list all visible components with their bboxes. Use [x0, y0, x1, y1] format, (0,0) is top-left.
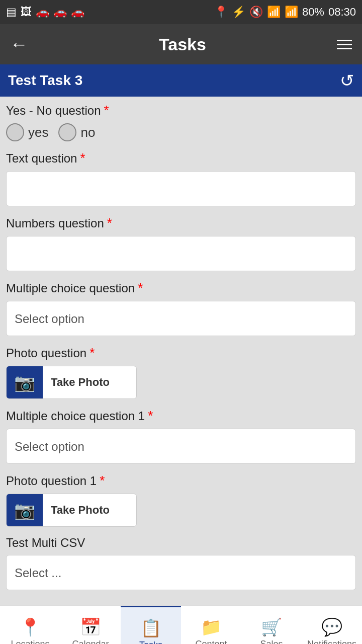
status-bar: ▤ 🖼 🚗 🚗 🚗 📍 ⚡ 🔇 📶 📶 80% 08:30	[0, 0, 362, 24]
multiple-choice-question: Multiple choice question * Select option	[6, 280, 356, 336]
menu-button[interactable]	[337, 40, 352, 49]
multiple-choice-1-label: Multiple choice question 1 *	[6, 408, 356, 424]
text-question: Text question *	[6, 150, 356, 206]
car3-icon: 🚗	[71, 6, 84, 19]
status-icons-left: ▤ 🖼 🚗 🚗 🚗	[6, 6, 84, 19]
locations-icon: 📍	[20, 617, 41, 637]
multiple-choice-label: Multiple choice question *	[6, 280, 356, 296]
nav-content[interactable]: 📁 Content	[181, 606, 241, 644]
nav-tasks[interactable]: 📋 Tasks	[121, 606, 181, 644]
multi-csv-question: Test Multi CSV Select ...	[6, 536, 356, 590]
muted-icon: 🔇	[249, 6, 263, 19]
tasks-label: Tasks	[139, 640, 162, 645]
camera-1-icon-bg: 📷	[7, 494, 43, 526]
car2-icon: 🚗	[53, 6, 67, 19]
radio-no-label: no	[80, 125, 95, 140]
multi-csv-select-wrapper[interactable]: Select ...	[6, 555, 356, 590]
numbers-question-label: Numbers question *	[6, 215, 356, 231]
sales-icon: 🛒	[261, 617, 282, 637]
undo-button[interactable]: ↺	[340, 70, 354, 91]
required-star-photo: *	[89, 345, 95, 361]
nav-locations[interactable]: 📍 Locations	[0, 606, 60, 644]
content-icon: 📁	[201, 617, 222, 637]
back-button[interactable]: ←	[10, 34, 28, 55]
take-photo-button[interactable]: 📷 Take Photo	[6, 366, 137, 399]
take-photo-1-label: Take Photo	[43, 504, 118, 517]
radio-no[interactable]: no	[58, 123, 95, 141]
top-nav: ← Tasks	[0, 24, 362, 64]
photo-question-1: Photo question 1 * 📷 Take Photo	[6, 473, 356, 527]
car1-icon: 🚗	[36, 6, 49, 19]
take-photo-1-button[interactable]: 📷 Take Photo	[6, 494, 137, 527]
locations-label: Locations	[11, 639, 49, 644]
required-star-yes-no: *	[104, 103, 109, 118]
multiple-choice-select[interactable]: Select option	[6, 301, 356, 336]
form-content: Yes - No question * yes no Text question…	[0, 97, 362, 605]
numbers-input-field[interactable]	[6, 236, 356, 271]
content-label: Content	[195, 639, 227, 644]
bottom-nav: 📍 Locations 📅 Calendar 📋 Tasks 📁 Content…	[0, 605, 362, 644]
photo-question-label: Photo question *	[6, 345, 356, 361]
signal-icon: 📶	[285, 6, 298, 19]
multiple-choice-1-select[interactable]: Select option	[6, 429, 356, 464]
yes-no-label: Yes - No question *	[6, 103, 356, 118]
camera-icon: 📷	[14, 372, 35, 392]
multiple-choice-select-wrapper[interactable]: Select option	[6, 301, 356, 336]
multi-csv-label: Test Multi CSV	[6, 536, 356, 550]
required-star-text: *	[80, 150, 85, 166]
page-title: Tasks	[28, 35, 337, 54]
notifications-icon: ▤	[6, 6, 17, 19]
required-star-mc: *	[138, 280, 143, 296]
tasks-icon: 📋	[140, 618, 161, 638]
required-star-numbers: *	[107, 215, 112, 231]
nav-calendar[interactable]: 📅 Calendar	[60, 606, 121, 644]
camera-icon-bg: 📷	[7, 366, 43, 398]
notifications-label: Notifications	[307, 639, 356, 644]
numbers-question: Numbers question *	[6, 215, 356, 271]
nav-sales[interactable]: 🛒 Sales	[241, 606, 302, 644]
take-photo-label: Take Photo	[43, 376, 118, 389]
photo-question-1-label: Photo question 1 *	[6, 473, 356, 489]
location-icon: 📍	[214, 6, 228, 19]
sales-label: Sales	[260, 639, 283, 644]
multiple-choice-question-1: Multiple choice question 1 * Select opti…	[6, 408, 356, 464]
task-title: Test Task 3	[8, 72, 82, 89]
bluetooth-icon: ⚡	[232, 6, 245, 19]
image-icon: 🖼	[21, 6, 32, 19]
calendar-label: Calendar	[72, 639, 109, 644]
radio-yes[interactable]: yes	[6, 123, 48, 141]
radio-no-circle	[58, 123, 76, 141]
multi-csv-select[interactable]: Select ...	[6, 555, 356, 590]
task-header: Test Task 3 ↺	[0, 64, 362, 97]
photo-question: Photo question * 📷 Take Photo	[6, 345, 356, 399]
calendar-icon: 📅	[80, 617, 101, 637]
radio-yes-label: yes	[28, 125, 48, 140]
yes-no-question: Yes - No question * yes no	[6, 103, 356, 141]
multiple-choice-1-select-wrapper[interactable]: Select option	[6, 429, 356, 464]
battery-text: 80%	[302, 6, 324, 19]
text-input-field[interactable]	[6, 171, 356, 206]
required-star-photo1: *	[100, 473, 105, 489]
yes-no-radio-group: yes no	[6, 123, 356, 141]
camera-1-icon: 📷	[14, 500, 35, 520]
wifi-icon: 📶	[267, 6, 281, 19]
nav-notifications[interactable]: 💬 Notifications	[302, 606, 362, 644]
notifications-nav-icon: 💬	[321, 617, 342, 637]
required-star-mc1: *	[148, 408, 153, 424]
text-question-label: Text question *	[6, 150, 356, 166]
time-text: 08:30	[328, 6, 356, 19]
status-icons-right: 📍 ⚡ 🔇 📶 📶 80% 08:30	[214, 6, 356, 19]
radio-yes-circle	[6, 123, 24, 141]
